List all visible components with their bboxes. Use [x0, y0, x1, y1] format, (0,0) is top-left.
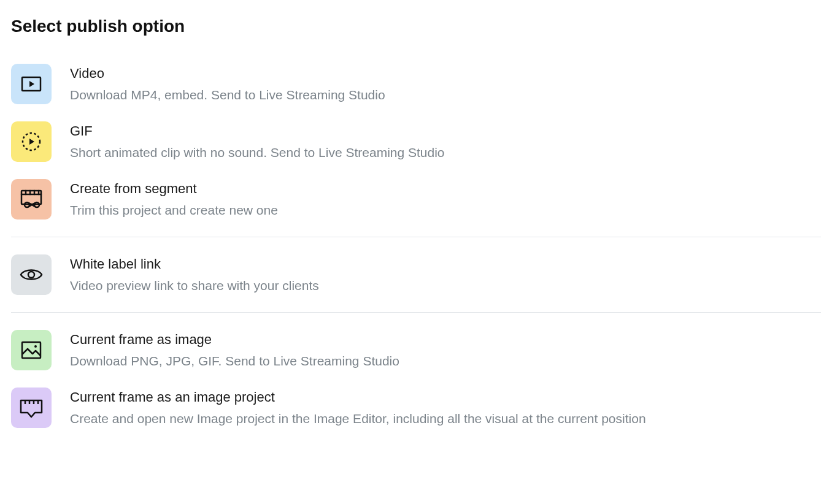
publish-option-desc: Trim this project and create new one: [70, 201, 278, 219]
publish-option-segment[interactable]: Create from segment Trim this project an…: [11, 170, 821, 228]
publish-option-title: White label link: [70, 256, 319, 273]
page-title: Select publish option: [11, 16, 821, 37]
publish-option-video[interactable]: Video Download MP4, embed. Send to Live …: [11, 55, 821, 113]
video-play-icon: [11, 64, 52, 104]
publish-option-gif[interactable]: GIF Short animated clip with no sound. S…: [11, 113, 821, 170]
publish-option-title: Current frame as image: [70, 331, 399, 349]
group-divider: [11, 312, 821, 313]
publish-option-title: Current frame as an image project: [70, 389, 646, 407]
publish-option-desc: Short animated clip with no sound. Send …: [70, 143, 445, 161]
group-divider: [11, 237, 821, 237]
image-icon: [11, 330, 52, 370]
publish-option-desc: Download PNG, JPG, GIF. Send to Live Str…: [70, 352, 399, 370]
svg-point-14: [34, 345, 37, 348]
publish-option-whitelabel[interactable]: White label link Video preview link to s…: [11, 246, 821, 304]
publish-option-desc: Download MP4, embed. Send to Live Stream…: [70, 86, 385, 104]
publish-option-frame-image[interactable]: Current frame as image Download PNG, JPG…: [11, 321, 821, 379]
publish-option-frame-project[interactable]: Current frame as an image project Create…: [11, 379, 821, 437]
publish-option-desc: Video preview link to share with your cl…: [70, 277, 319, 294]
publish-option-title: Create from segment: [70, 180, 278, 198]
publish-option-desc: Create and open new Image project in the…: [70, 410, 646, 427]
svg-point-12: [28, 272, 34, 278]
frame-project-icon: [11, 388, 52, 428]
publish-option-title: Video: [70, 65, 385, 83]
svg-rect-13: [22, 342, 40, 358]
gif-dashed-play-icon: [11, 121, 52, 162]
publish-option-title: GIF: [70, 123, 445, 140]
filmstrip-cut-icon: [11, 179, 52, 220]
eye-icon: [11, 254, 52, 295]
